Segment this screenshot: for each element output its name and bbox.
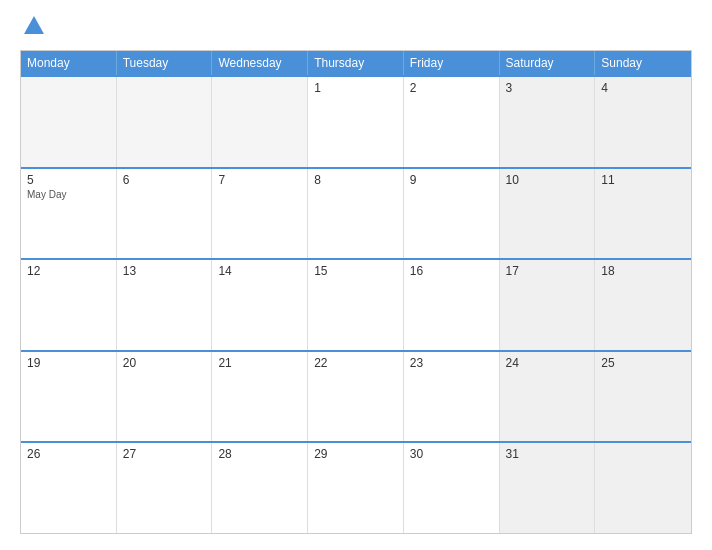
day-number: 10	[506, 173, 589, 187]
day-cell: 17	[500, 260, 596, 350]
week-row-2: 5May Day67891011	[21, 167, 691, 259]
day-cell: 5May Day	[21, 169, 117, 259]
day-cell: 14	[212, 260, 308, 350]
day-cell: 25	[595, 352, 691, 442]
week-row-5: 262728293031	[21, 441, 691, 533]
day-cell: 18	[595, 260, 691, 350]
day-number: 26	[27, 447, 110, 461]
day-cell: 28	[212, 443, 308, 533]
day-number: 29	[314, 447, 397, 461]
day-number: 15	[314, 264, 397, 278]
calendar-header: MondayTuesdayWednesdayThursdayFridaySatu…	[21, 51, 691, 75]
day-cell: 10	[500, 169, 596, 259]
col-head-wednesday: Wednesday	[212, 51, 308, 75]
day-cell	[212, 77, 308, 167]
day-cell: 2	[404, 77, 500, 167]
day-cell: 31	[500, 443, 596, 533]
day-cell: 26	[21, 443, 117, 533]
day-number: 9	[410, 173, 493, 187]
day-cell: 19	[21, 352, 117, 442]
day-number: 20	[123, 356, 206, 370]
day-cell: 30	[404, 443, 500, 533]
day-cell: 4	[595, 77, 691, 167]
logo-triangle-icon	[24, 16, 44, 34]
day-cell: 1	[308, 77, 404, 167]
calendar-body: 12345May Day6789101112131415161718192021…	[21, 75, 691, 533]
day-number: 28	[218, 447, 301, 461]
day-number: 3	[506, 81, 589, 95]
day-cell	[21, 77, 117, 167]
week-row-1: 1234	[21, 75, 691, 167]
day-number: 30	[410, 447, 493, 461]
day-number: 13	[123, 264, 206, 278]
day-cell: 15	[308, 260, 404, 350]
day-cell: 6	[117, 169, 213, 259]
day-number: 4	[601, 81, 685, 95]
day-number: 24	[506, 356, 589, 370]
day-cell	[595, 443, 691, 533]
header	[20, 16, 692, 38]
day-cell: 22	[308, 352, 404, 442]
day-number: 5	[27, 173, 110, 187]
day-number: 7	[218, 173, 301, 187]
day-number: 25	[601, 356, 685, 370]
col-head-friday: Friday	[404, 51, 500, 75]
logo	[20, 16, 44, 38]
day-cell: 8	[308, 169, 404, 259]
week-row-3: 12131415161718	[21, 258, 691, 350]
day-cell: 21	[212, 352, 308, 442]
day-cell: 12	[21, 260, 117, 350]
day-number: 11	[601, 173, 685, 187]
day-event: May Day	[27, 189, 110, 200]
col-head-sunday: Sunday	[595, 51, 691, 75]
col-head-thursday: Thursday	[308, 51, 404, 75]
day-cell: 24	[500, 352, 596, 442]
week-row-4: 19202122232425	[21, 350, 691, 442]
day-cell: 23	[404, 352, 500, 442]
col-head-monday: Monday	[21, 51, 117, 75]
day-cell	[117, 77, 213, 167]
day-number: 16	[410, 264, 493, 278]
day-number: 14	[218, 264, 301, 278]
day-number: 18	[601, 264, 685, 278]
day-number: 21	[218, 356, 301, 370]
day-number: 1	[314, 81, 397, 95]
day-number: 31	[506, 447, 589, 461]
day-cell: 7	[212, 169, 308, 259]
day-number: 12	[27, 264, 110, 278]
day-cell: 11	[595, 169, 691, 259]
day-cell: 16	[404, 260, 500, 350]
day-number: 8	[314, 173, 397, 187]
day-number: 19	[27, 356, 110, 370]
day-number: 2	[410, 81, 493, 95]
col-head-tuesday: Tuesday	[117, 51, 213, 75]
day-number: 23	[410, 356, 493, 370]
col-head-saturday: Saturday	[500, 51, 596, 75]
day-number: 17	[506, 264, 589, 278]
calendar-page: MondayTuesdayWednesdayThursdayFridaySatu…	[0, 0, 712, 550]
day-cell: 20	[117, 352, 213, 442]
day-cell: 3	[500, 77, 596, 167]
day-cell: 29	[308, 443, 404, 533]
day-number: 22	[314, 356, 397, 370]
day-number: 6	[123, 173, 206, 187]
day-number: 27	[123, 447, 206, 461]
day-cell: 27	[117, 443, 213, 533]
day-cell: 13	[117, 260, 213, 350]
calendar: MondayTuesdayWednesdayThursdayFridaySatu…	[20, 50, 692, 534]
day-cell: 9	[404, 169, 500, 259]
